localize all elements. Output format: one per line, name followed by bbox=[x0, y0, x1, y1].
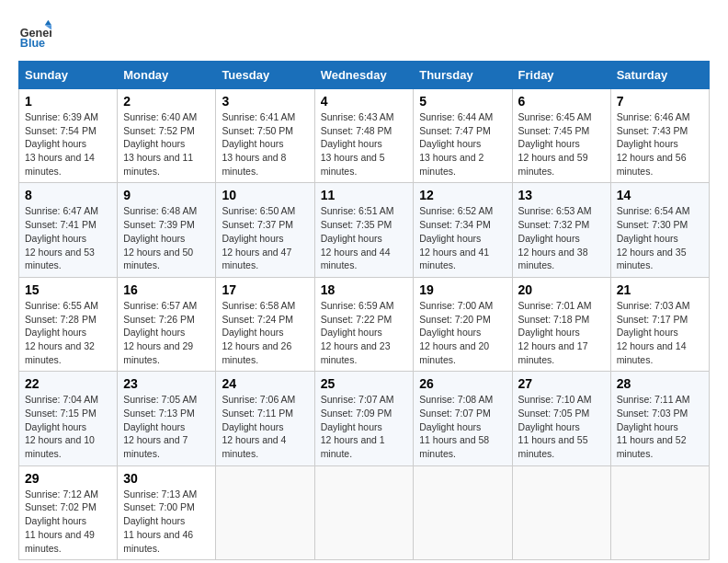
day-number: 18 bbox=[321, 282, 408, 297]
day-info: Sunrise: 6:53 AM Sunset: 7:32 PM Dayligh… bbox=[518, 204, 605, 271]
calendar-cell: 5 Sunrise: 6:44 AM Sunset: 7:47 PM Dayli… bbox=[414, 89, 512, 183]
calendar-cell: 29 Sunrise: 7:12 AM Sunset: 7:02 PM Dayl… bbox=[19, 465, 118, 559]
day-number: 20 bbox=[518, 282, 605, 297]
logo-icon: General Blue bbox=[18, 18, 51, 52]
calendar-cell: 27 Sunrise: 7:10 AM Sunset: 7:05 PM Dayl… bbox=[512, 372, 610, 465]
day-info: Sunrise: 6:44 AM Sunset: 7:47 PM Dayligh… bbox=[419, 110, 506, 178]
day-number: 19 bbox=[419, 282, 506, 297]
day-info: Sunrise: 7:11 AM Sunset: 7:03 PM Dayligh… bbox=[617, 393, 703, 460]
calendar-cell: 12 Sunrise: 6:52 AM Sunset: 7:34 PM Dayl… bbox=[414, 183, 512, 277]
day-info: Sunrise: 6:45 AM Sunset: 7:45 PM Dayligh… bbox=[518, 110, 605, 178]
calendar-cell: 10 Sunrise: 6:50 AM Sunset: 7:37 PM Dayl… bbox=[216, 183, 314, 277]
col-saturday: Saturday bbox=[610, 62, 709, 89]
day-info: Sunrise: 7:07 AM Sunset: 7:09 PM Dayligh… bbox=[321, 393, 408, 460]
calendar-table: Sunday Monday Tuesday Wednesday Thursday… bbox=[18, 61, 710, 560]
day-info: Sunrise: 6:51 AM Sunset: 7:35 PM Dayligh… bbox=[321, 204, 408, 271]
page-header: General Blue bbox=[18, 18, 710, 52]
calendar-week-5: 29 Sunrise: 7:12 AM Sunset: 7:02 PM Dayl… bbox=[19, 465, 710, 559]
day-info: Sunrise: 7:03 AM Sunset: 7:17 PM Dayligh… bbox=[617, 299, 703, 366]
day-number: 11 bbox=[321, 188, 408, 202]
day-number: 6 bbox=[518, 94, 605, 109]
day-number: 22 bbox=[25, 376, 111, 391]
day-number: 10 bbox=[222, 188, 308, 202]
day-number: 8 bbox=[25, 188, 111, 202]
calendar-cell: 21 Sunrise: 7:03 AM Sunset: 7:17 PM Dayl… bbox=[610, 277, 709, 371]
day-info: Sunrise: 6:58 AM Sunset: 7:24 PM Dayligh… bbox=[222, 299, 308, 366]
calendar-cell: 17 Sunrise: 6:58 AM Sunset: 7:24 PM Dayl… bbox=[216, 277, 314, 371]
day-number: 1 bbox=[25, 94, 111, 109]
day-number: 28 bbox=[617, 376, 703, 391]
col-tuesday: Tuesday bbox=[216, 62, 314, 89]
calendar-cell: 19 Sunrise: 7:00 AM Sunset: 7:20 PM Dayl… bbox=[414, 277, 512, 371]
calendar-week-3: 15 Sunrise: 6:55 AM Sunset: 7:28 PM Dayl… bbox=[19, 277, 710, 371]
calendar-cell: 3 Sunrise: 6:41 AM Sunset: 7:50 PM Dayli… bbox=[216, 89, 314, 183]
day-info: Sunrise: 6:47 AM Sunset: 7:41 PM Dayligh… bbox=[25, 204, 111, 271]
day-info: Sunrise: 6:40 AM Sunset: 7:52 PM Dayligh… bbox=[123, 110, 210, 178]
day-info: Sunrise: 6:59 AM Sunset: 7:22 PM Dayligh… bbox=[321, 299, 408, 366]
day-info: Sunrise: 7:00 AM Sunset: 7:20 PM Dayligh… bbox=[419, 299, 506, 366]
col-thursday: Thursday bbox=[414, 62, 512, 89]
day-info: Sunrise: 6:50 AM Sunset: 7:37 PM Dayligh… bbox=[222, 204, 308, 271]
calendar-cell: 7 Sunrise: 6:46 AM Sunset: 7:43 PM Dayli… bbox=[610, 89, 709, 183]
svg-text:Blue: Blue bbox=[20, 37, 45, 50]
calendar-cell: 8 Sunrise: 6:47 AM Sunset: 7:41 PM Dayli… bbox=[19, 183, 118, 277]
day-number: 4 bbox=[321, 94, 408, 109]
day-info: Sunrise: 6:41 AM Sunset: 7:50 PM Dayligh… bbox=[222, 110, 308, 178]
calendar-cell: 6 Sunrise: 6:45 AM Sunset: 7:45 PM Dayli… bbox=[512, 89, 610, 183]
day-info: Sunrise: 7:13 AM Sunset: 7:00 PM Dayligh… bbox=[123, 488, 210, 555]
col-friday: Friday bbox=[512, 62, 610, 89]
col-sunday: Sunday bbox=[19, 62, 118, 89]
svg-marker-2 bbox=[45, 20, 51, 25]
calendar-week-4: 22 Sunrise: 7:04 AM Sunset: 7:15 PM Dayl… bbox=[19, 372, 710, 465]
calendar-cell: 1 Sunrise: 6:39 AM Sunset: 7:54 PM Dayli… bbox=[19, 89, 118, 183]
day-number: 30 bbox=[123, 471, 210, 486]
day-info: Sunrise: 6:52 AM Sunset: 7:34 PM Dayligh… bbox=[419, 204, 506, 271]
calendar-cell: 15 Sunrise: 6:55 AM Sunset: 7:28 PM Dayl… bbox=[19, 277, 118, 371]
day-number: 14 bbox=[617, 188, 703, 202]
calendar-cell: 13 Sunrise: 6:53 AM Sunset: 7:32 PM Dayl… bbox=[512, 183, 610, 277]
day-info: Sunrise: 6:43 AM Sunset: 7:48 PM Dayligh… bbox=[321, 110, 408, 178]
day-number: 12 bbox=[419, 188, 506, 202]
calendar-cell: 2 Sunrise: 6:40 AM Sunset: 7:52 PM Dayli… bbox=[118, 89, 216, 183]
col-wednesday: Wednesday bbox=[314, 62, 414, 89]
day-number: 15 bbox=[25, 282, 111, 297]
calendar-week-1: 1 Sunrise: 6:39 AM Sunset: 7:54 PM Dayli… bbox=[19, 89, 710, 183]
calendar-cell: 22 Sunrise: 7:04 AM Sunset: 7:15 PM Dayl… bbox=[19, 372, 118, 465]
calendar-cell: 18 Sunrise: 6:59 AM Sunset: 7:22 PM Dayl… bbox=[314, 277, 414, 371]
day-info: Sunrise: 6:57 AM Sunset: 7:26 PM Dayligh… bbox=[123, 299, 210, 366]
day-info: Sunrise: 7:06 AM Sunset: 7:11 PM Dayligh… bbox=[222, 393, 308, 460]
calendar-cell bbox=[610, 465, 709, 559]
day-number: 29 bbox=[25, 471, 111, 486]
day-number: 23 bbox=[123, 376, 210, 391]
day-number: 5 bbox=[419, 94, 506, 109]
day-number: 3 bbox=[222, 94, 308, 109]
calendar-cell: 30 Sunrise: 7:13 AM Sunset: 7:00 PM Dayl… bbox=[118, 465, 216, 559]
day-info: Sunrise: 7:08 AM Sunset: 7:07 PM Dayligh… bbox=[419, 393, 506, 460]
day-number: 27 bbox=[518, 376, 605, 391]
day-number: 13 bbox=[518, 188, 605, 202]
day-number: 26 bbox=[419, 376, 506, 391]
calendar-cell bbox=[314, 465, 414, 559]
calendar-cell: 9 Sunrise: 6:48 AM Sunset: 7:39 PM Dayli… bbox=[118, 183, 216, 277]
calendar-cell bbox=[216, 465, 314, 559]
calendar-cell bbox=[512, 465, 610, 559]
calendar-cell: 24 Sunrise: 7:06 AM Sunset: 7:11 PM Dayl… bbox=[216, 372, 314, 465]
day-number: 21 bbox=[617, 282, 703, 297]
col-monday: Monday bbox=[118, 62, 216, 89]
calendar-cell: 11 Sunrise: 6:51 AM Sunset: 7:35 PM Dayl… bbox=[314, 183, 414, 277]
calendar-cell: 25 Sunrise: 7:07 AM Sunset: 7:09 PM Dayl… bbox=[314, 372, 414, 465]
day-number: 24 bbox=[222, 376, 308, 391]
day-info: Sunrise: 7:04 AM Sunset: 7:15 PM Dayligh… bbox=[25, 393, 111, 460]
calendar-cell bbox=[414, 465, 512, 559]
day-info: Sunrise: 6:48 AM Sunset: 7:39 PM Dayligh… bbox=[123, 204, 210, 271]
calendar-cell: 23 Sunrise: 7:05 AM Sunset: 7:13 PM Dayl… bbox=[118, 372, 216, 465]
day-info: Sunrise: 7:01 AM Sunset: 7:18 PM Dayligh… bbox=[518, 299, 605, 366]
logo: General Blue bbox=[18, 18, 51, 52]
day-number: 9 bbox=[123, 188, 210, 202]
day-number: 7 bbox=[617, 94, 703, 109]
calendar-cell: 26 Sunrise: 7:08 AM Sunset: 7:07 PM Dayl… bbox=[414, 372, 512, 465]
day-info: Sunrise: 7:10 AM Sunset: 7:05 PM Dayligh… bbox=[518, 393, 605, 460]
calendar-cell: 28 Sunrise: 7:11 AM Sunset: 7:03 PM Dayl… bbox=[610, 372, 709, 465]
calendar-cell: 20 Sunrise: 7:01 AM Sunset: 7:18 PM Dayl… bbox=[512, 277, 610, 371]
calendar-cell: 14 Sunrise: 6:54 AM Sunset: 7:30 PM Dayl… bbox=[610, 183, 709, 277]
